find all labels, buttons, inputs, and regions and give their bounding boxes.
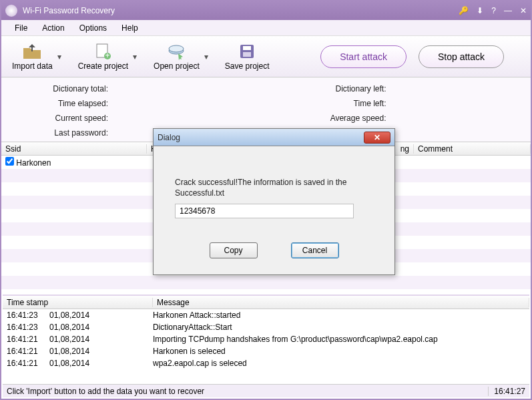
svg-rect-6	[243, 46, 251, 50]
minimize-icon[interactable]: —	[504, 6, 512, 15]
col-message[interactable]: Message	[153, 298, 529, 307]
log-time: 16:41:23	[3, 311, 49, 320]
key-icon[interactable]: 🔑	[459, 6, 469, 15]
log-date: 01,08,2014	[49, 347, 153, 356]
close-x-icon: ✕	[374, 133, 380, 142]
open-label: Open project	[154, 61, 200, 71]
avg-speed-label: Average speed:	[306, 114, 386, 123]
current-speed-label: Current speed:	[28, 114, 108, 123]
dialog-message: Crack successful!The information is save…	[175, 177, 373, 198]
create-dropdown-icon[interactable]: ▾	[131, 47, 139, 67]
create-project-button[interactable]: + Create project	[75, 41, 131, 72]
row-checkbox[interactable]	[5, 157, 14, 166]
svg-text:+: +	[105, 51, 110, 60]
help-icon[interactable]: ?	[491, 6, 496, 15]
log-time: 16:41:21	[3, 335, 49, 344]
log-message: wpa2.eapol.cap is seleced	[153, 359, 529, 368]
log-row: 16:41:2101,08,2014Harkonen is seleced	[3, 345, 529, 357]
document-new-icon: +	[93, 43, 113, 60]
create-label: Create project	[78, 61, 128, 71]
log-date: 01,08,2014	[49, 311, 153, 320]
log-time: 16:41:21	[3, 347, 49, 356]
log-row: 16:41:2301,08,2014DictionaryAttack::Star…	[3, 321, 529, 333]
save-project-button[interactable]: Save project	[222, 41, 272, 72]
close-icon[interactable]: ✕	[520, 6, 527, 15]
dict-left-label: Dictionary left:	[306, 84, 386, 93]
dialog: Dialog ✕ Crack successful!The informatio…	[153, 128, 395, 275]
col-status-frag[interactable]: ng	[394, 144, 414, 154]
status-hint: Click 'Import' button to add the data yo…	[7, 387, 204, 396]
dialog-result-input[interactable]	[175, 204, 354, 218]
time-elapsed-label: Time elapsed:	[28, 99, 108, 108]
log-date: 01,08,2014	[49, 323, 153, 332]
cancel-button[interactable]: Cancel	[291, 242, 339, 258]
dialog-close-button[interactable]: ✕	[364, 132, 390, 144]
log-message: Importing TCPdump handshakes from G:\pro…	[153, 335, 529, 344]
open-dropdown-icon[interactable]: ▾	[202, 47, 210, 67]
import-data-button[interactable]: Import data	[9, 41, 55, 72]
ssid-value: Harkonen	[16, 158, 51, 168]
import-label: Import data	[12, 61, 53, 71]
open-project-button[interactable]: Open project	[151, 41, 202, 72]
log-time: 16:41:23	[3, 323, 49, 332]
col-ssid[interactable]: Ssid	[1, 144, 147, 154]
log-date: 01,08,2014	[49, 335, 153, 344]
download-icon[interactable]: ⬇	[477, 6, 483, 15]
log-body: 16:41:2301,08,2014Harkonen Attack::start…	[3, 309, 529, 369]
log-date: 01,08,2014	[49, 359, 153, 368]
menu-options[interactable]: Options	[79, 23, 107, 33]
save-label: Save project	[225, 61, 270, 71]
dict-total-label: Dictionary total:	[28, 84, 108, 93]
save-icon	[237, 43, 257, 60]
svg-rect-7	[243, 52, 251, 57]
window-title: Wi-Fi Password Recovery	[23, 6, 459, 15]
folder-import-icon	[22, 43, 42, 60]
log-row: 16:41:2301,08,2014Harkonen Attack::start…	[3, 309, 529, 321]
log-panel: Time stamp Message 16:41:2301,08,2014Har…	[3, 294, 529, 384]
folder-open-icon	[166, 43, 186, 60]
toolbar: Import data ▾ + Create project ▾ Open pr…	[1, 36, 531, 77]
copy-button[interactable]: Copy	[210, 242, 258, 258]
col-comment[interactable]: Comment	[414, 144, 531, 154]
last-password-label: Last password:	[28, 128, 108, 138]
menubar: File Action Options Help	[1, 20, 531, 36]
table-row	[1, 276, 531, 289]
log-row: 16:41:2101,08,2014Importing TCPdump hand…	[3, 333, 529, 345]
svg-point-4	[169, 45, 184, 52]
status-clock: 16:41:27	[488, 387, 525, 396]
menu-help[interactable]: Help	[121, 23, 138, 33]
col-timestamp[interactable]: Time stamp	[3, 298, 153, 307]
dialog-title: Dialog	[158, 133, 364, 142]
log-message: DictionaryAttack::Start	[153, 323, 529, 332]
log-message: Harkonen Attack::started	[153, 311, 529, 320]
titlebar: Wi-Fi Password Recovery 🔑 ⬇ ? — ✕	[1, 1, 531, 20]
dialog-titlebar: Dialog ✕	[154, 129, 394, 146]
start-attack-button[interactable]: Start attack	[320, 45, 407, 68]
app-icon	[5, 5, 17, 17]
import-dropdown-icon[interactable]: ▾	[55, 47, 63, 67]
stop-attack-button[interactable]: Stop attack	[419, 45, 504, 68]
log-message: Harkonen is seleced	[153, 347, 529, 356]
log-time: 16:41:21	[3, 359, 49, 368]
menu-action[interactable]: Action	[42, 23, 64, 33]
log-row: 16:41:2101,08,2014wpa2.eapol.cap is sele…	[3, 357, 529, 369]
menu-file[interactable]: File	[15, 23, 27, 33]
time-left-label: Time left:	[306, 99, 386, 108]
statusbar: Click 'Import' button to add the data yo…	[3, 384, 529, 397]
